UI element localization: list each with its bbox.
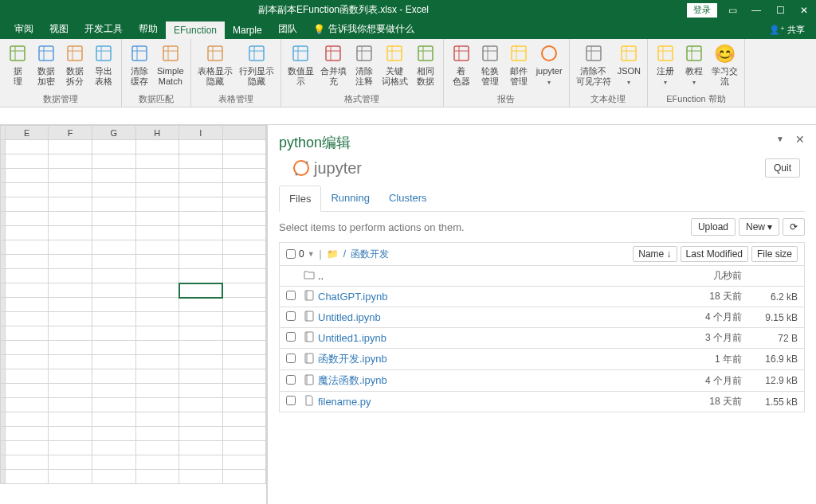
tab-efunction[interactable]: EFunction bbox=[166, 21, 225, 39]
cell[interactable] bbox=[135, 183, 179, 197]
cell[interactable] bbox=[135, 283, 179, 298]
cell[interactable] bbox=[49, 441, 92, 455]
cell[interactable] bbox=[49, 226, 92, 240]
cell[interactable] bbox=[49, 470, 92, 484]
cell[interactable] bbox=[49, 326, 92, 341]
ribbon-btn[interactable]: jupyter bbox=[533, 41, 566, 92]
tab-marple[interactable]: Marple bbox=[225, 21, 270, 39]
tell-me[interactable]: 💡 告诉我你想要做什么 bbox=[305, 19, 422, 39]
cell[interactable] bbox=[92, 355, 135, 369]
cell[interactable] bbox=[222, 470, 266, 484]
ribbon-display-icon[interactable]: ▭ bbox=[720, 0, 744, 20]
cell[interactable] bbox=[135, 355, 179, 369]
cell[interactable] bbox=[92, 197, 135, 212]
cell[interactable] bbox=[92, 169, 135, 183]
cell[interactable] bbox=[49, 369, 92, 384]
cell[interactable] bbox=[49, 269, 92, 283]
cell[interactable] bbox=[135, 341, 179, 355]
cell[interactable] bbox=[135, 154, 179, 169]
share-button[interactable]: 👤⁺ 共享 bbox=[766, 21, 808, 39]
cell[interactable] bbox=[49, 398, 92, 412]
maximize-icon[interactable]: ☐ bbox=[768, 0, 792, 20]
cell[interactable] bbox=[222, 240, 266, 255]
row-checkbox[interactable] bbox=[286, 291, 296, 300]
cell[interactable] bbox=[49, 183, 92, 197]
cell[interactable] bbox=[92, 183, 135, 197]
cell[interactable] bbox=[135, 427, 179, 441]
cell[interactable] bbox=[222, 355, 266, 369]
cell[interactable] bbox=[179, 283, 222, 298]
cell[interactable] bbox=[5, 455, 49, 470]
select-all-checkbox[interactable] bbox=[286, 249, 296, 259]
ribbon-btn[interactable]: 清除缓存 bbox=[125, 41, 154, 92]
cell[interactable] bbox=[179, 212, 222, 226]
col-header[interactable]: I bbox=[179, 126, 222, 140]
cell[interactable] bbox=[92, 312, 135, 326]
cell[interactable] bbox=[135, 169, 179, 183]
sort-size[interactable]: File size bbox=[751, 246, 798, 262]
cell[interactable] bbox=[92, 298, 135, 312]
ribbon-btn[interactable]: 导出表格 bbox=[89, 41, 118, 92]
cell[interactable] bbox=[222, 427, 266, 441]
cell[interactable] bbox=[179, 341, 222, 355]
row-checkbox[interactable] bbox=[286, 354, 296, 363]
formula-bar[interactable] bbox=[0, 107, 816, 125]
cell[interactable] bbox=[92, 255, 135, 269]
cell[interactable] bbox=[222, 369, 266, 384]
ribbon-btn[interactable]: 注册 bbox=[651, 41, 680, 92]
col-header[interactable]: F bbox=[49, 126, 92, 140]
ribbon-btn[interactable]: 着色器 bbox=[447, 41, 476, 92]
cell[interactable] bbox=[92, 212, 135, 226]
cell[interactable] bbox=[5, 226, 49, 240]
row-checkbox[interactable] bbox=[286, 332, 296, 342]
cell[interactable] bbox=[92, 140, 135, 154]
file-name[interactable]: ChatGPT.ipynb bbox=[318, 291, 670, 303]
cell[interactable] bbox=[222, 326, 266, 341]
cell[interactable] bbox=[179, 326, 222, 341]
cell[interactable] bbox=[222, 341, 266, 355]
ribbon-btn[interactable]: 邮件管理 bbox=[504, 41, 533, 92]
cell[interactable] bbox=[179, 427, 222, 441]
cell[interactable] bbox=[49, 140, 92, 154]
cell[interactable] bbox=[92, 412, 135, 427]
breadcrumb[interactable]: 📁 / 函数开发 bbox=[327, 248, 389, 261]
cell[interactable] bbox=[179, 269, 222, 283]
quit-button[interactable]: Quit bbox=[765, 158, 800, 178]
cell[interactable] bbox=[179, 470, 222, 484]
cell[interactable] bbox=[179, 355, 222, 369]
ribbon-btn[interactable]: 合并填充 bbox=[317, 41, 350, 92]
cell[interactable] bbox=[5, 154, 49, 169]
cell[interactable] bbox=[92, 441, 135, 455]
ribbon-btn[interactable]: 关键词格式 bbox=[379, 41, 411, 92]
cell[interactable] bbox=[179, 226, 222, 240]
cell[interactable] bbox=[222, 312, 266, 326]
cell[interactable] bbox=[49, 341, 92, 355]
file-name[interactable]: filename.py bbox=[318, 396, 670, 408]
file-name[interactable]: Untitled1.ipynb bbox=[318, 332, 670, 344]
cell[interactable] bbox=[135, 255, 179, 269]
row-checkbox[interactable] bbox=[286, 311, 296, 321]
ribbon-btn[interactable]: 表格显示隐藏 bbox=[194, 41, 236, 92]
cell[interactable] bbox=[49, 169, 92, 183]
cell[interactable] bbox=[179, 255, 222, 269]
cell[interactable] bbox=[222, 212, 266, 226]
cell[interactable] bbox=[5, 427, 49, 441]
cell[interactable] bbox=[49, 298, 92, 312]
cell[interactable] bbox=[135, 140, 179, 154]
cell[interactable] bbox=[222, 412, 266, 427]
cell[interactable] bbox=[49, 154, 92, 169]
sort-modified[interactable]: Last Modified bbox=[681, 246, 748, 262]
cell[interactable] bbox=[135, 269, 179, 283]
cell[interactable] bbox=[5, 169, 49, 183]
cell[interactable] bbox=[5, 470, 49, 484]
ribbon-btn[interactable]: 数据加密 bbox=[32, 41, 61, 92]
cell[interactable] bbox=[135, 412, 179, 427]
cell[interactable] bbox=[92, 470, 135, 484]
new-button[interactable]: New▾ bbox=[739, 218, 779, 236]
cell[interactable] bbox=[5, 183, 49, 197]
cell[interactable] bbox=[5, 398, 49, 412]
cell[interactable] bbox=[135, 197, 179, 212]
cell[interactable] bbox=[49, 455, 92, 470]
cell[interactable] bbox=[49, 427, 92, 441]
cell[interactable] bbox=[222, 140, 266, 154]
